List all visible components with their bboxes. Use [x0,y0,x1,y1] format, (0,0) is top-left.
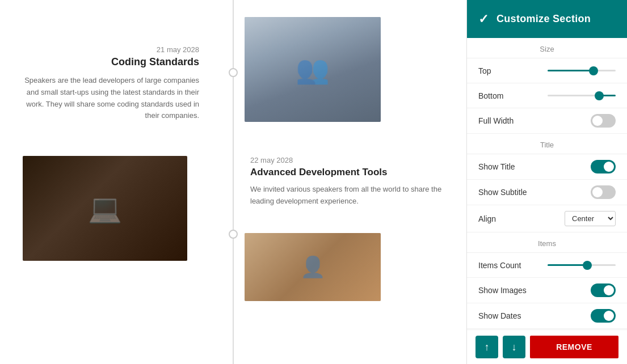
article-1-desc: Speakers are the lead developers of larg… [23,75,199,122]
align-control-row: Align Left Center Right [467,205,627,232]
top-slider[interactable] [548,70,616,71]
show-title-control-row: Show Title [467,154,627,180]
show-dates-control-row: Show Dates [467,303,627,329]
show-dates-label: Show Dates [478,311,521,320]
article-1-text: 21 may 2028 Coding Standards Speakers ar… [17,34,216,128]
article-3-image-right [245,233,381,301]
show-images-control-row: Show Images [467,278,627,303]
top-label: Top [478,66,491,75]
show-subtitle-label: Show Subtitle [478,188,527,197]
article-2-image-left [23,156,187,261]
move-down-button[interactable]: ↓ [503,336,525,358]
show-subtitle-slider [591,185,616,199]
timeline-line [233,0,234,364]
remove-button[interactable]: REMOVE [530,336,618,358]
show-images-toggle[interactable] [591,283,616,297]
article-2-date: 22 may 2028 [250,156,455,164]
full-width-control-row: Full Width [467,108,627,134]
full-width-toggle[interactable] [591,114,616,128]
size-section-label: Size [467,38,627,58]
check-icon: ✓ [478,12,489,27]
article-1-date: 21 may 2028 [23,45,199,54]
items-section-label: Items [467,232,627,253]
laptop-image [23,156,187,261]
items-count-label: Items Count [478,261,521,270]
show-images-label: Show Images [478,286,527,295]
bottom-label: Bottom [478,91,503,100]
portrait-image [245,233,381,301]
show-subtitle-toggle[interactable] [591,185,616,199]
align-dropdown[interactable]: Left Center Right [565,211,616,226]
move-up-button[interactable]: ↑ [475,336,498,358]
main-content: 21 may 2028 Coding Standards Speakers ar… [0,0,466,364]
right-column: 22 may 2028 Advanced Development Tools W… [233,0,466,364]
show-title-toggle[interactable] [591,160,616,173]
show-dates-toggle[interactable] [591,309,616,323]
article-2-title: Advanced Development Tools [250,167,455,178]
items-count-control-row: Items Count [467,253,627,278]
sidebar-body: Size Top Bottom Full Width Title Show Ti… [467,38,627,329]
show-subtitle-control-row: Show Subtitle [467,180,627,205]
timeline-dot-1 [229,68,238,77]
bottom-slider[interactable] [548,95,616,96]
full-width-slider [591,114,616,128]
article-1-image-right [245,17,381,122]
full-width-label: Full Width [478,116,514,125]
down-arrow-icon: ↓ [512,341,517,353]
article-1-title: Coding Standards [23,56,199,68]
timeline-dot-2 [229,230,238,239]
show-title-slider [591,160,616,173]
article-2-desc: We invited various speakers from all the… [250,184,455,208]
people-image [245,17,381,122]
items-count-slider[interactable] [548,264,616,266]
show-images-slider [591,283,616,297]
top-control-row: Top [467,58,627,83]
align-label: Align [478,214,496,223]
sidebar-actions: ↑ ↓ REMOVE [467,329,627,364]
sidebar-panel: ✓ Customize Section Size Top Bottom Full… [466,0,627,364]
left-column: 21 may 2028 Coding Standards Speakers ar… [0,0,233,364]
bottom-control-row: Bottom [467,83,627,108]
show-dates-slider [591,309,616,323]
timeline-container: 21 may 2028 Coding Standards Speakers ar… [0,0,466,364]
title-section-label: Title [467,134,627,154]
up-arrow-icon: ↑ [485,341,490,353]
sidebar-header: ✓ Customize Section [467,0,627,38]
article-2-text: 22 may 2028 Advanced Development Tools W… [239,145,461,213]
sidebar-title: Customize Section [496,13,591,25]
show-title-label: Show Title [478,162,515,171]
